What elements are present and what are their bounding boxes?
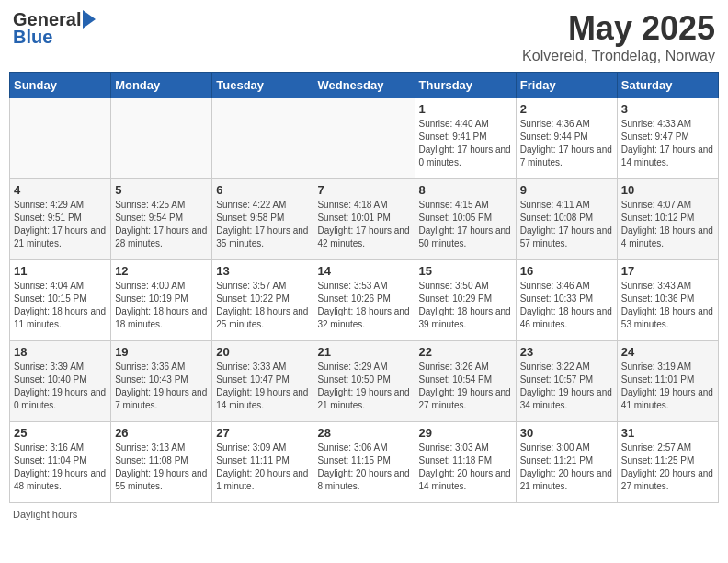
day-info: Sunrise: 3:57 AMSunset: 10:22 PMDaylight… (216, 280, 309, 331)
day-number: 7 (317, 183, 410, 197)
calendar-table: Sunday Monday Tuesday Wednesday Thursday… (9, 72, 719, 503)
day-number: 4 (14, 183, 107, 197)
day-number: 1 (419, 102, 512, 116)
table-row: 23Sunrise: 3:22 AMSunset: 10:57 PMDaylig… (516, 341, 617, 422)
day-info: Sunrise: 3:53 AMSunset: 10:26 PMDaylight… (317, 280, 410, 331)
day-number: 28 (317, 426, 410, 440)
col-tuesday: Tuesday (212, 73, 313, 98)
table-row: 27Sunrise: 3:09 AMSunset: 11:11 PMDaylig… (212, 422, 313, 503)
day-info: Sunrise: 3:09 AMSunset: 11:11 PMDaylight… (216, 442, 309, 493)
table-row: 25Sunrise: 3:16 AMSunset: 11:04 PMDaylig… (10, 422, 111, 503)
table-row: 20Sunrise: 3:33 AMSunset: 10:47 PMDaylig… (212, 341, 313, 422)
day-info: Sunrise: 4:33 AMSunset: 9:47 PMDaylight:… (621, 118, 714, 169)
day-info: Sunrise: 3:39 AMSunset: 10:40 PMDaylight… (14, 361, 107, 412)
day-number: 12 (115, 264, 208, 278)
day-number: 22 (419, 345, 512, 359)
table-row (10, 98, 111, 179)
table-row: 7Sunrise: 4:18 AMSunset: 10:01 PMDayligh… (313, 179, 415, 260)
daylight-label: Daylight hours (13, 509, 77, 520)
day-info: Sunrise: 4:40 AMSunset: 9:41 PMDaylight:… (419, 118, 512, 169)
day-info: Sunrise: 4:25 AMSunset: 9:54 PMDaylight:… (115, 199, 208, 250)
title-block: May 2025 Kolvereid, Trondelag, Norway (522, 9, 715, 64)
calendar-week-row: 25Sunrise: 3:16 AMSunset: 11:04 PMDaylig… (10, 422, 719, 503)
day-number: 13 (216, 264, 309, 278)
day-info: Sunrise: 3:33 AMSunset: 10:47 PMDaylight… (216, 361, 309, 412)
day-number: 10 (621, 183, 714, 197)
table-row: 22Sunrise: 3:26 AMSunset: 10:54 PMDaylig… (415, 341, 516, 422)
day-number: 21 (317, 345, 410, 359)
table-row: 31Sunrise: 2:57 AMSunset: 11:25 PMDaylig… (617, 422, 718, 503)
table-row: 29Sunrise: 3:03 AMSunset: 11:18 PMDaylig… (415, 422, 516, 503)
table-row (212, 98, 313, 179)
day-number: 11 (14, 264, 107, 278)
table-row: 1Sunrise: 4:40 AMSunset: 9:41 PMDaylight… (415, 98, 516, 179)
day-number: 3 (621, 102, 714, 116)
day-number: 14 (317, 264, 410, 278)
table-row: 2Sunrise: 4:36 AMSunset: 9:44 PMDaylight… (516, 98, 617, 179)
main-title: May 2025 (522, 9, 715, 48)
table-row: 19Sunrise: 3:36 AMSunset: 10:43 PMDaylig… (111, 341, 212, 422)
day-info: Sunrise: 4:22 AMSunset: 9:58 PMDaylight:… (216, 199, 309, 250)
day-info: Sunrise: 3:22 AMSunset: 10:57 PMDaylight… (520, 361, 613, 412)
page-header: General Blue May 2025 Kolvereid, Trondel… (9, 9, 719, 64)
day-info: Sunrise: 4:36 AMSunset: 9:44 PMDaylight:… (520, 118, 613, 169)
day-number: 23 (520, 345, 613, 359)
table-row: 15Sunrise: 3:50 AMSunset: 10:29 PMDaylig… (415, 260, 516, 341)
day-info: Sunrise: 3:06 AMSunset: 11:15 PMDaylight… (317, 442, 410, 493)
day-number: 18 (14, 345, 107, 359)
day-info: Sunrise: 3:29 AMSunset: 10:50 PMDaylight… (317, 361, 410, 412)
table-row: 18Sunrise: 3:39 AMSunset: 10:40 PMDaylig… (10, 341, 111, 422)
day-number: 20 (216, 345, 309, 359)
table-row: 16Sunrise: 3:46 AMSunset: 10:33 PMDaylig… (516, 260, 617, 341)
day-info: Sunrise: 4:11 AMSunset: 10:08 PMDaylight… (520, 199, 613, 250)
table-row: 30Sunrise: 3:00 AMSunset: 11:21 PMDaylig… (516, 422, 617, 503)
footer: Daylight hours (9, 509, 719, 520)
day-info: Sunrise: 4:04 AMSunset: 10:15 PMDaylight… (14, 280, 107, 331)
day-number: 5 (115, 183, 208, 197)
day-number: 9 (520, 183, 613, 197)
table-row: 10Sunrise: 4:07 AMSunset: 10:12 PMDaylig… (617, 179, 718, 260)
col-saturday: Saturday (617, 73, 718, 98)
day-number: 24 (621, 345, 714, 359)
day-number: 16 (520, 264, 613, 278)
logo-arrow-icon (83, 10, 96, 29)
calendar-week-row: 1Sunrise: 4:40 AMSunset: 9:41 PMDaylight… (10, 98, 719, 179)
day-info: Sunrise: 4:07 AMSunset: 10:12 PMDaylight… (621, 199, 714, 250)
day-number: 6 (216, 183, 309, 197)
table-row: 28Sunrise: 3:06 AMSunset: 11:15 PMDaylig… (313, 422, 415, 503)
day-number: 15 (419, 264, 512, 278)
day-number: 19 (115, 345, 208, 359)
day-number: 31 (621, 426, 714, 440)
table-row: 11Sunrise: 4:04 AMSunset: 10:15 PMDaylig… (10, 260, 111, 341)
day-info: Sunrise: 3:50 AMSunset: 10:29 PMDaylight… (419, 280, 512, 331)
table-row: 12Sunrise: 4:00 AMSunset: 10:19 PMDaylig… (111, 260, 212, 341)
table-row: 24Sunrise: 3:19 AMSunset: 11:01 PMDaylig… (617, 341, 718, 422)
day-number: 27 (216, 426, 309, 440)
col-wednesday: Wednesday (313, 73, 415, 98)
day-info: Sunrise: 3:03 AMSunset: 11:18 PMDaylight… (419, 442, 512, 493)
table-row: 21Sunrise: 3:29 AMSunset: 10:50 PMDaylig… (313, 341, 415, 422)
day-info: Sunrise: 2:57 AMSunset: 11:25 PMDaylight… (621, 442, 714, 493)
table-row (313, 98, 415, 179)
col-sunday: Sunday (10, 73, 111, 98)
day-info: Sunrise: 4:00 AMSunset: 10:19 PMDaylight… (115, 280, 208, 331)
logo-blue-text: Blue (13, 27, 52, 48)
day-info: Sunrise: 4:15 AMSunset: 10:05 PMDaylight… (419, 199, 512, 250)
col-monday: Monday (111, 73, 212, 98)
day-info: Sunrise: 3:26 AMSunset: 10:54 PMDaylight… (419, 361, 512, 412)
table-row: 17Sunrise: 3:43 AMSunset: 10:36 PMDaylig… (617, 260, 718, 341)
col-thursday: Thursday (415, 73, 516, 98)
table-row: 14Sunrise: 3:53 AMSunset: 10:26 PMDaylig… (313, 260, 415, 341)
logo: General Blue (13, 9, 96, 48)
col-friday: Friday (516, 73, 617, 98)
day-number: 8 (419, 183, 512, 197)
table-row: 5Sunrise: 4:25 AMSunset: 9:54 PMDaylight… (111, 179, 212, 260)
table-row: 26Sunrise: 3:13 AMSunset: 11:08 PMDaylig… (111, 422, 212, 503)
table-row: 3Sunrise: 4:33 AMSunset: 9:47 PMDaylight… (617, 98, 718, 179)
day-number: 29 (419, 426, 512, 440)
day-number: 17 (621, 264, 714, 278)
day-number: 30 (520, 426, 613, 440)
day-info: Sunrise: 3:00 AMSunset: 11:21 PMDaylight… (520, 442, 613, 493)
day-info: Sunrise: 3:19 AMSunset: 11:01 PMDaylight… (621, 361, 714, 412)
day-info: Sunrise: 3:46 AMSunset: 10:33 PMDaylight… (520, 280, 613, 331)
